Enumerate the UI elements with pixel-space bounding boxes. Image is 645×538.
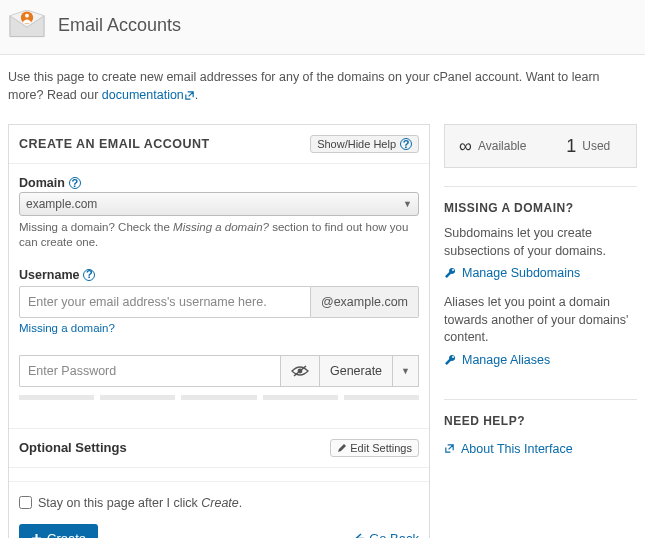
go-back-link[interactable]: Go Back: [354, 531, 419, 538]
stay-on-page-checkbox[interactable]: Stay on this page after I click Create.: [19, 496, 419, 510]
available-label: Available: [478, 139, 526, 153]
need-help-section: NEED HELP? About This Interface: [444, 399, 637, 470]
page-title: Email Accounts: [58, 15, 181, 36]
intro-text: Use this page to create new email addres…: [0, 55, 645, 124]
wrench-icon: [444, 354, 456, 366]
edit-settings-button[interactable]: Edit Settings: [330, 439, 419, 457]
svg-point-1: [25, 14, 29, 18]
missing-domain-link[interactable]: Missing a domain?: [19, 322, 115, 334]
generate-options-dropdown[interactable]: ▼: [392, 355, 419, 387]
create-email-panel: CREATE AN EMAIL ACCOUNT Show/Hide Help ?…: [8, 124, 430, 538]
used-label: Used: [582, 139, 610, 153]
email-accounts-icon: [8, 10, 46, 40]
toggle-password-visibility-button[interactable]: [280, 355, 319, 387]
optional-settings-heading: Optional Settings: [19, 440, 127, 455]
plus-icon: [31, 533, 42, 538]
domain-select[interactable]: example.com ▼: [19, 192, 419, 216]
need-help-heading: NEED HELP?: [444, 399, 637, 438]
subdomains-text: Subdomains let you create subsections of…: [444, 225, 637, 260]
stat-available: ∞ Available: [445, 125, 541, 167]
wrench-icon: [444, 267, 456, 279]
domain-hint: Missing a domain? Check the Missing a do…: [19, 220, 419, 250]
intro-period: .: [195, 88, 198, 102]
show-hide-help-button[interactable]: Show/Hide Help ?: [310, 135, 419, 153]
external-link-icon: [444, 443, 455, 454]
manage-aliases-link[interactable]: Manage Aliases: [444, 353, 637, 367]
used-count: 1: [566, 136, 576, 157]
stay-checkbox-input[interactable]: [19, 496, 32, 509]
intro-copy: Use this page to create new email addres…: [8, 70, 600, 102]
stat-used: 1 Used: [541, 125, 637, 167]
username-input[interactable]: [19, 286, 311, 318]
stats-bar: ∞ Available 1 Used: [444, 124, 637, 168]
missing-domain-section: MISSING A DOMAIN? Subdomains let you cre…: [444, 186, 637, 381]
external-link-icon: [184, 90, 195, 101]
page-header: Email Accounts: [0, 0, 645, 55]
aliases-text: Aliases let you point a domain towards a…: [444, 294, 637, 347]
password-strength-meter: [19, 395, 419, 400]
domain-selected-value: example.com: [26, 197, 97, 211]
create-button[interactable]: Create: [19, 524, 98, 538]
help-icon: ?: [400, 138, 412, 150]
panel-title: CREATE AN EMAIL ACCOUNT: [19, 137, 210, 151]
info-icon[interactable]: ?: [83, 269, 95, 281]
about-interface-link[interactable]: About This Interface: [444, 442, 637, 456]
manage-subdomains-link[interactable]: Manage Subdomains: [444, 266, 637, 280]
pencil-icon: [337, 443, 347, 453]
generate-password-button[interactable]: Generate: [319, 355, 392, 387]
username-domain-suffix: @example.com: [311, 286, 419, 318]
info-icon[interactable]: ?: [69, 177, 81, 189]
domain-label: Domain ?: [19, 176, 419, 190]
documentation-link[interactable]: documentation: [102, 88, 195, 102]
password-input[interactable]: [19, 355, 280, 387]
chevron-down-icon: ▼: [403, 199, 412, 209]
username-label: Username ?: [19, 268, 419, 282]
chevron-down-icon: ▼: [401, 366, 410, 376]
eye-slash-icon: [291, 364, 309, 378]
missing-domain-heading: MISSING A DOMAIN?: [444, 186, 637, 225]
arrow-left-icon: [354, 533, 365, 538]
infinity-icon: ∞: [459, 136, 472, 157]
